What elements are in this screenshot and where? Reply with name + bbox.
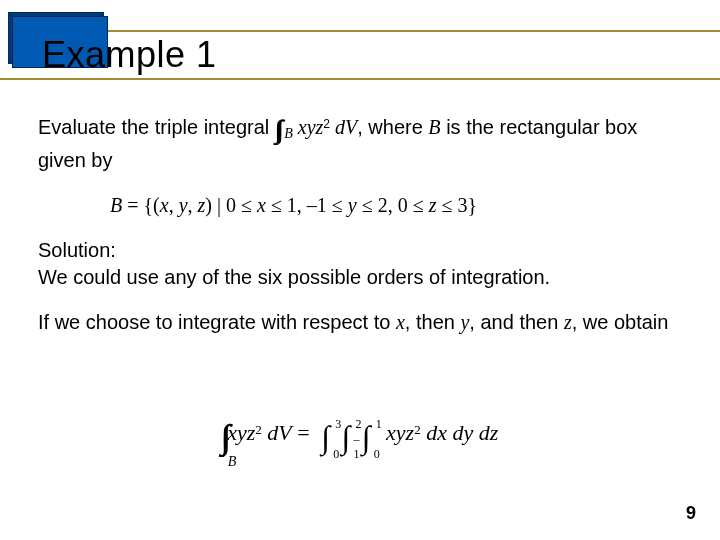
exponent: 2 xyxy=(323,117,330,131)
lower-limit: 0 xyxy=(333,447,339,462)
solution-block: Solution: We could use any of the six po… xyxy=(38,237,682,291)
text: Evaluate the triple integral xyxy=(38,116,275,138)
var: y xyxy=(179,194,188,216)
var: x xyxy=(257,194,266,216)
upper-limit: 1 xyxy=(376,417,382,432)
text: , then xyxy=(405,311,461,333)
display-equation: ∫∫∫ B xyz2 dV = ∫ 0 3 ∫ –1 2 ∫ 0 1 xyz2 … xyxy=(0,418,720,456)
text: , we obtain xyxy=(572,311,669,333)
text: ) | 0 ≤ xyxy=(205,194,257,216)
integral-symbol: ∫ xyxy=(321,419,330,456)
outer-integral: ∫ 0 3 xyxy=(321,419,330,456)
middle-integral: ∫ –1 2 xyxy=(342,419,351,456)
differential: dV xyxy=(330,116,357,138)
paragraph-4: If we choose to integrate with respect t… xyxy=(38,309,682,336)
lower-limit: –1 xyxy=(354,432,360,462)
integral-subscript: B xyxy=(228,454,237,470)
region-definition: B = {(x, y, z) | 0 ≤ x ≤ 1, –1 ≤ y ≤ 2, … xyxy=(110,192,682,219)
text: , xyxy=(169,194,179,216)
var: z xyxy=(564,311,572,333)
upper-limit: 2 xyxy=(356,417,362,432)
triple-integral-symbol: ∫∫∫ xyxy=(275,112,278,147)
text: , and then xyxy=(469,311,564,333)
differential: dV xyxy=(262,420,292,445)
text: , xyxy=(188,194,198,216)
text: ≤ 1, –1 ≤ xyxy=(266,194,348,216)
text: ≤ 3} xyxy=(436,194,477,216)
integrand: xyz xyxy=(386,420,414,445)
var: y xyxy=(348,194,357,216)
inner-integral: ∫ 0 1 xyxy=(362,419,371,456)
var: B xyxy=(110,194,122,216)
text: = {( xyxy=(122,194,160,216)
upper-limit: 3 xyxy=(335,417,341,432)
var: x xyxy=(160,194,169,216)
integral-symbol: ∫ xyxy=(342,419,351,456)
text: If we choose to integrate with respect t… xyxy=(38,311,396,333)
region-name: B xyxy=(428,116,440,138)
slide-body: Evaluate the triple integral ∫∫∫B xyz2 d… xyxy=(38,112,682,354)
integrand: xyz xyxy=(293,116,324,138)
text: ≤ 2, 0 ≤ xyxy=(357,194,429,216)
paragraph-1: Evaluate the triple integral ∫∫∫B xyz2 d… xyxy=(38,112,682,174)
integral-symbol: ∫ xyxy=(362,419,371,456)
integral-subscript: B xyxy=(284,126,293,141)
integrand: xyz xyxy=(227,420,255,445)
solution-label: Solution: xyxy=(38,239,116,261)
slide-title: Example 1 xyxy=(36,32,223,78)
text: , where xyxy=(357,116,428,138)
differentials: dx dy dz xyxy=(421,420,499,445)
equals: = xyxy=(297,420,315,445)
page-number: 9 xyxy=(686,503,696,524)
var: x xyxy=(396,311,405,333)
paragraph-3: We could use any of the six possible ord… xyxy=(38,266,550,288)
lower-limit: 0 xyxy=(374,447,380,462)
title-rule-bottom xyxy=(0,78,720,80)
